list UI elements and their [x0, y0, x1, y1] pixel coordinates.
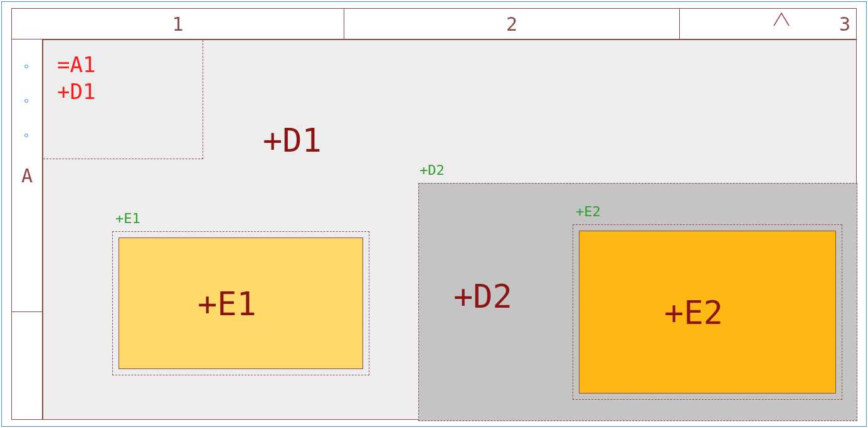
box-label-e1: +E1 [198, 285, 257, 323]
location-box-e2[interactable]: +E2 [579, 231, 836, 394]
box-label-e2: +E2 [664, 294, 723, 331]
structure-label-box[interactable]: =A1 +D1 [43, 40, 203, 159]
location-box-d2[interactable]: +D2 +E2 +E2 [418, 183, 857, 421]
column-label: 2 [506, 13, 517, 35]
box-tag-e1: +E1 [115, 211, 140, 226]
box-tag-e2: +E2 [576, 204, 601, 219]
row-header-a: A [12, 39, 42, 312]
column-header-1: 1 [12, 9, 344, 39]
drawing-area[interactable]: =A1 +D1 +D1 +E1 +E1 +D2 +D2 +E2 +E2 [43, 39, 857, 420]
column-label: 3 [839, 13, 850, 35]
structure-id-line1: =A1 [57, 51, 189, 78]
box-label-d2: +D2 [453, 278, 512, 315]
structure-id-line2: +D1 [57, 78, 189, 105]
column-header-2: 2 [344, 9, 680, 39]
column-label: 1 [172, 13, 183, 35]
box-tag-d2: +D2 [420, 162, 445, 178]
gutter-marker-icon [24, 99, 28, 103]
location-box-e1[interactable]: +E1 [119, 237, 363, 369]
chevron-up-icon [770, 11, 793, 32]
column-ruler: 1 2 3 [11, 8, 857, 39]
box-label-d1: +D1 [263, 122, 322, 159]
gutter-marker-icon [24, 133, 28, 137]
row-label: A [21, 165, 33, 187]
drawing-viewport: 1 2 3 A =A1 +D1 +D1 +E1 +E1 +D2 +D2 [1, 1, 867, 427]
row-ruler: A [11, 39, 43, 420]
gutter-marker-icon [24, 65, 28, 68]
